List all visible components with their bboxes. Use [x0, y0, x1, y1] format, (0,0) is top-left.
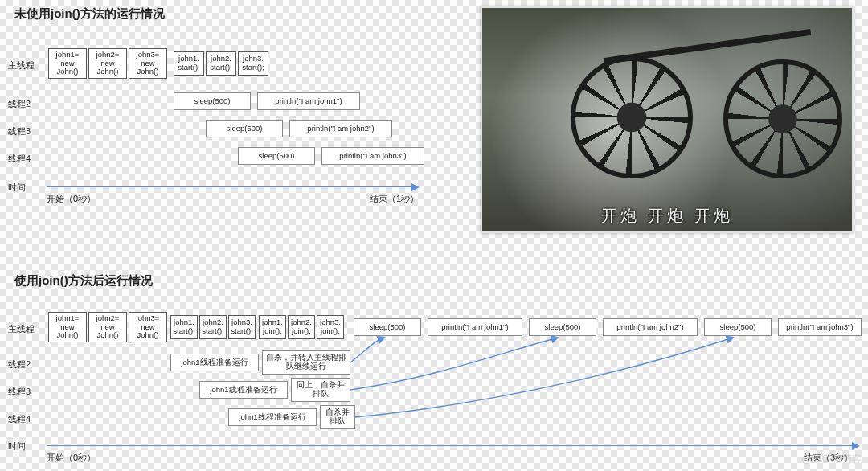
row2-label-t2: 线程2	[8, 358, 31, 371]
s2-main-box-6: john1. join();	[259, 315, 286, 339]
photo-frame: 开炮 开炮 开炮	[481, 6, 854, 233]
s2-tail-5: println("I am john3")	[778, 318, 862, 336]
row2-label-t4: 线程4	[8, 413, 31, 425]
s1-t2-print: println("I am john1")	[257, 92, 360, 110]
s2-tail-4: sleep(500)	[704, 318, 772, 336]
wheel-right	[723, 59, 842, 178]
row-label-time1: 时间	[8, 182, 26, 194]
row-label-t3: 线程3	[8, 125, 31, 137]
s2-tail-3: println("I am john2")	[603, 318, 698, 336]
s2-main-box-1: john2= new John()	[88, 312, 127, 342]
s1-main-box-1: john2= new John()	[88, 48, 127, 79]
row-label-t4: 线程4	[8, 153, 31, 165]
s2-t3-prep: john1线程准备运行	[199, 381, 288, 399]
s1-time-start: 开始（0秒）	[47, 193, 96, 205]
row-label-main1: 主线程	[8, 59, 35, 72]
s1-timeline-arrow	[47, 186, 418, 187]
photo-caption: 开炮 开炮 开炮	[482, 205, 852, 227]
s2-tail-1: println("I am john1")	[428, 318, 522, 336]
s1-main-box-0: john1= new John()	[48, 48, 87, 79]
section2-title: 使用join()方法后运行情况	[14, 273, 153, 289]
s2-main-box-4: john2. start();	[199, 315, 227, 339]
s2-timeline-arrow	[47, 445, 858, 446]
s2-t4-note: 自杀并 排队	[320, 405, 355, 429]
row2-label-main: 主线程	[8, 323, 35, 335]
s1-t3-print: println("I am john2")	[289, 120, 392, 137]
s1-t4-sleep: sleep(500)	[238, 147, 315, 165]
s2-t2-prep: john1线程准备运行	[170, 354, 259, 371]
s2-main-box-2: john3= new John()	[129, 312, 167, 342]
s1-t2-sleep: sleep(500)	[174, 92, 251, 110]
s2-main-box-3: john1. start();	[170, 315, 198, 339]
s1-main-box-5: john3. start();	[238, 51, 268, 76]
watermark: @51CTO博客	[801, 453, 862, 466]
s2-t3-note: 同上，自杀并 排队	[291, 378, 350, 402]
s1-main-box-3: john1. start();	[174, 51, 204, 76]
s2-t4-prep: john1线程准备运行	[228, 408, 317, 426]
row2-label-time: 时间	[8, 440, 26, 453]
s1-main-box-2: john3= new John()	[129, 48, 167, 79]
s1-t3-sleep: sleep(500)	[206, 120, 283, 137]
s2-main-box-0: john1= new John()	[48, 312, 87, 342]
s2-t2-note: 自杀，并转入主线程排 队继续运行	[262, 350, 350, 375]
s1-main-box-4: john2. start();	[206, 51, 236, 76]
s2-main-box-5: john3. start();	[228, 315, 256, 339]
s2-time-start: 开始（0秒）	[47, 452, 96, 464]
s1-time-end: 结束（1秒）	[370, 193, 419, 205]
row-label-t2: 线程2	[8, 98, 31, 110]
wheel-left	[571, 56, 693, 178]
s2-main-box-8: john3. join();	[317, 315, 344, 339]
row2-label-t3: 线程3	[8, 386, 31, 398]
canvas: 未使用join()方法的运行情况 主线程 线程2 线程3 线程4 时间 john…	[0, 0, 868, 471]
s2-tail-0: sleep(500)	[354, 318, 421, 336]
s2-main-box-7: john2. join();	[288, 315, 315, 339]
s1-t4-print: println("I am john3")	[321, 147, 424, 165]
section1-title: 未使用join()方法的运行情况	[14, 6, 165, 22]
s2-tail-2: sleep(500)	[529, 318, 596, 336]
